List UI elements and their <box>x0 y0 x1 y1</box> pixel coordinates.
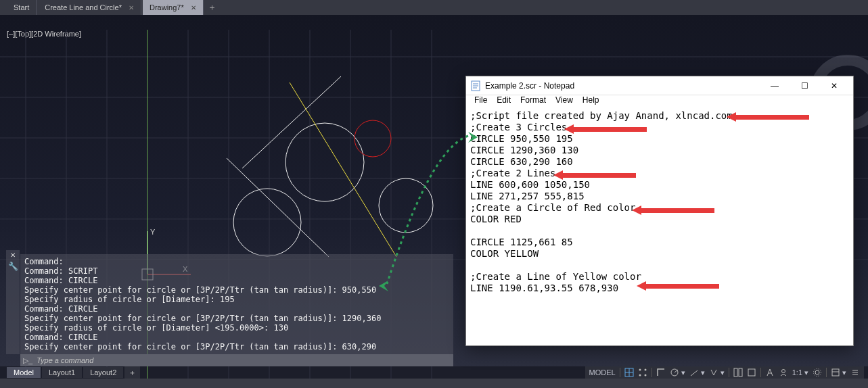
notepad-titlebar[interactable]: Example 2.scr - Notepad — ☐ ✕ <box>466 76 853 95</box>
close-icon[interactable]: ✕ <box>129 4 134 11</box>
layout-tab-layout1[interactable]: Layout1 <box>42 367 82 378</box>
menu-view[interactable]: View <box>551 95 577 109</box>
model-space-button[interactable]: MODEL <box>589 368 616 377</box>
notepad-editor[interactable]: ;Script file created by Ajay Anand, xlnc… <box>466 109 853 345</box>
svg-point-37 <box>814 369 821 377</box>
close-icon[interactable]: ✕ <box>10 250 16 259</box>
polar-icon[interactable]: ▾ <box>670 368 685 377</box>
gear-icon[interactable] <box>813 368 822 377</box>
close-button[interactable]: ✕ <box>819 76 849 95</box>
tab-label: Start <box>14 3 29 11</box>
maximize-button[interactable]: ☐ <box>790 76 819 95</box>
annotation-arrow-2 <box>574 127 647 137</box>
layout-tab-bar: Model Layout1 Layout2 ＋ <box>7 366 140 379</box>
notepad-menu-bar: File Edit Format View Help <box>466 95 853 109</box>
add-tab-button[interactable]: ＋ <box>205 1 220 14</box>
transparency-icon[interactable] <box>747 368 756 377</box>
annotation-icon[interactable] <box>765 368 775 377</box>
svg-rect-32 <box>734 368 737 377</box>
menu-help[interactable]: Help <box>578 95 603 109</box>
annotation-arrow-1 <box>736 115 809 124</box>
command-input-row[interactable]: ▷_ Type a command <box>20 354 453 366</box>
svg-rect-34 <box>748 369 755 376</box>
status-bar <box>0 379 868 388</box>
command-input-placeholder: Type a command <box>37 356 93 364</box>
menu-file[interactable]: File <box>470 95 491 109</box>
line-yellow <box>290 82 396 257</box>
svg-text:Y: Y <box>150 228 156 236</box>
svg-point-26 <box>639 369 641 371</box>
command-history: Command: Command: SCRIPT Command: CIRCLE… <box>20 254 453 354</box>
tab-label: Drawing7* <box>150 3 184 11</box>
status-tray: MODEL ▾ ▾ ▾ 1:1▾ ▾ <box>585 366 864 379</box>
notepad-title: Example 2.scr - Notepad <box>485 81 760 91</box>
minimize-button[interactable]: — <box>760 76 790 95</box>
chevron-right-icon: ▷_ <box>23 356 37 365</box>
annotation-arrow-3 <box>563 173 636 183</box>
close-icon[interactable]: ✕ <box>191 4 196 11</box>
line-2 <box>242 76 341 168</box>
menu-format[interactable]: Format <box>516 95 550 109</box>
anno-scale-button[interactable]: 1:1▾ <box>792 368 808 377</box>
svg-rect-38 <box>832 369 839 376</box>
iso-icon[interactable]: ▾ <box>689 368 705 377</box>
circle-3 <box>233 189 301 256</box>
command-window-gutter: ✕ 🔧 <box>6 250 20 354</box>
tab-drawing7[interactable]: Drawing7* ✕ <box>143 0 204 15</box>
workspace-icon[interactable]: ▾ <box>831 368 846 377</box>
osnap-icon[interactable]: ▾ <box>709 368 725 377</box>
annotation-arrow-5 <box>646 284 719 293</box>
layout-tab-layout2[interactable]: Layout2 <box>83 367 123 378</box>
notepad-icon <box>470 80 481 91</box>
document-tab-bar: Start Create Line and Circle* ✕ Drawing7… <box>0 0 868 15</box>
circle-1 <box>285 123 364 201</box>
annotation-arrow-4 <box>641 208 714 218</box>
svg-point-36 <box>815 370 819 374</box>
svg-point-28 <box>639 374 641 377</box>
circle-2 <box>379 178 433 233</box>
svg-point-29 <box>644 374 646 377</box>
circle-red <box>355 120 391 157</box>
snap-icon[interactable] <box>638 368 647 377</box>
add-layout-button[interactable]: ＋ <box>124 366 140 379</box>
person-icon[interactable] <box>779 368 788 377</box>
wrench-icon[interactable]: 🔧 <box>8 259 18 271</box>
lineweight-icon[interactable] <box>733 368 743 377</box>
ortho-icon[interactable] <box>656 368 666 377</box>
svg-point-27 <box>644 369 646 371</box>
svg-point-35 <box>781 370 785 373</box>
menu-edit[interactable]: Edit <box>493 95 515 109</box>
tab-label: Create Line and Circle* <box>45 3 122 11</box>
tab-start[interactable]: Start <box>7 0 37 15</box>
svg-rect-33 <box>739 368 742 377</box>
grid-icon[interactable] <box>624 368 634 377</box>
customize-icon[interactable] <box>850 368 860 377</box>
tab-create-line-circle[interactable]: Create Line and Circle* ✕ <box>38 0 141 15</box>
line-1 <box>227 158 329 257</box>
layout-tab-model[interactable]: Model <box>7 367 41 378</box>
